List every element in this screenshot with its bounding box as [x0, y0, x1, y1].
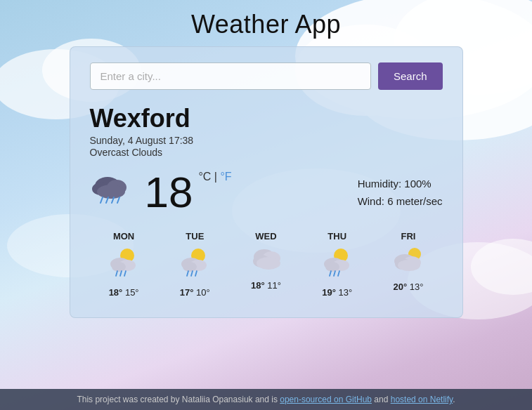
footer-text-middle: and: [372, 395, 391, 404]
forecast-icon: [391, 246, 426, 277]
svg-line-30: [191, 271, 193, 276]
forecast-day: WED 18° 11°: [232, 231, 300, 298]
wind-label: Wind: 6 meter/sec: [358, 192, 443, 211]
day-label: WED: [255, 231, 276, 242]
svg-line-14: [100, 197, 103, 203]
svg-line-41: [334, 271, 335, 276]
day-label: TUE: [186, 231, 204, 242]
footer-bar: This project was created by Nataliia Opa…: [0, 389, 532, 410]
forecast-day: MON 18° 15°: [90, 231, 158, 298]
forecast-icon: [177, 246, 212, 283]
github-link[interactable]: open-sourced on GitHub: [280, 395, 372, 404]
search-button[interactable]: Search: [378, 62, 443, 90]
humidity-label: Humidity: 100%: [358, 175, 443, 193]
forecast-day: FRI 20° 13°: [374, 231, 442, 298]
search-row: Search: [90, 62, 443, 90]
svg-line-22: [116, 271, 117, 276]
svg-point-13: [97, 185, 125, 199]
svg-line-23: [120, 271, 122, 276]
svg-line-42: [338, 271, 339, 276]
unit-toggle: °C | °F: [198, 171, 231, 183]
svg-point-35: [257, 257, 280, 270]
svg-point-39: [325, 262, 339, 272]
day-label: THU: [327, 231, 346, 242]
search-input[interactable]: [90, 62, 371, 90]
footer-text-before: This project was created by Nataliia Opa…: [77, 395, 280, 404]
temp-unit-group: 18 °C | °F: [145, 171, 232, 214]
city-name: Wexford: [90, 104, 443, 133]
forecast-icon: [106, 246, 141, 283]
weather-icon-main: [90, 172, 132, 213]
footer-text-after: .: [453, 395, 455, 404]
day-label: FRI: [401, 231, 415, 242]
svg-line-29: [187, 271, 188, 276]
svg-point-21: [112, 262, 126, 272]
svg-point-28: [183, 262, 197, 272]
forecast-temps: 17° 10°: [180, 287, 210, 298]
svg-line-40: [330, 271, 331, 276]
forecast-temps: 18° 11°: [251, 280, 281, 291]
date-text: Sunday, 4 August 17:38: [90, 135, 443, 146]
forecast-temps: 19° 13°: [322, 287, 352, 298]
temperature-display: 18: [145, 171, 193, 214]
forecast-icon: [249, 246, 284, 276]
netlify-link[interactable]: hosted on Netlify: [391, 395, 453, 404]
weather-card: Search Wexford Sunday, 4 August 17:38 Ov…: [70, 46, 463, 318]
weather-stats: Humidity: 100% Wind: 6 meter/sec: [358, 175, 443, 211]
forecast-icon: [320, 246, 355, 283]
fahrenheit-link[interactable]: °F: [220, 171, 231, 183]
day-label: MON: [113, 231, 134, 242]
svg-line-31: [195, 271, 197, 276]
svg-line-24: [124, 271, 126, 276]
forecast-row: MON 18° 15° TUE: [90, 231, 443, 298]
forecast-day: THU 19° 13°: [303, 231, 371, 298]
svg-point-47: [398, 260, 420, 271]
forecast-day: TUE 17° 10°: [161, 231, 229, 298]
forecast-temps: 18° 15°: [109, 287, 139, 298]
page-title: Weather App: [0, 0, 532, 46]
svg-line-17: [117, 197, 119, 203]
svg-point-7: [471, 239, 532, 295]
forecast-temps: 20° 13°: [393, 282, 423, 292]
weather-main: 18 °C | °F Humidity: 100% Wind: 6 meter/…: [90, 171, 443, 214]
condition-text: Overcast Clouds: [90, 147, 443, 158]
